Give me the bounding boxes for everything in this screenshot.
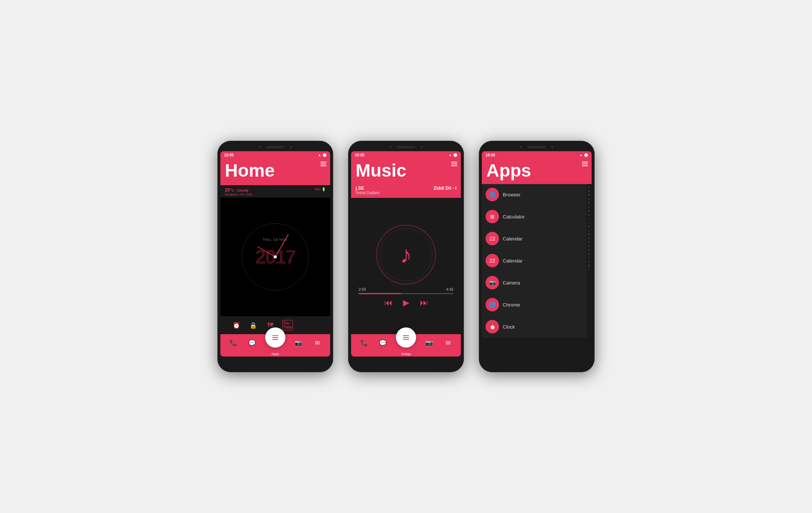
camera-icon[interactable]: 📷 bbox=[293, 337, 304, 348]
app-item-camera[interactable]: 📷 Camera bbox=[482, 272, 586, 293]
alpha-s[interactable]: S bbox=[588, 252, 590, 256]
alpha-j[interactable]: J bbox=[588, 221, 590, 225]
status-bar-2: 10:05 ▲ ⬤ bbox=[351, 151, 461, 159]
alpha-e[interactable]: E bbox=[588, 201, 590, 205]
music-disc: ♪ bbox=[376, 225, 436, 285]
sensor-2 bbox=[420, 145, 424, 149]
alpha-m[interactable]: M bbox=[588, 233, 590, 237]
app-item-calendar1[interactable]: 22 Calendar bbox=[482, 228, 586, 249]
phone-top-bar bbox=[220, 145, 330, 149]
music-nav: 📞 💬 📷 ✉ bbox=[351, 334, 461, 351]
play-button[interactable]: ▶ bbox=[403, 298, 409, 308]
calendar2-label: Calendar bbox=[503, 258, 523, 264]
music-title: Music bbox=[356, 162, 456, 180]
apps-menu-icon[interactable] bbox=[582, 162, 588, 166]
app-item-chrome[interactable]: 🌐 Chrome bbox=[482, 294, 586, 315]
music-content: ♪ 2:09 4:46 ⏮ ▶ ⏭ bbox=[351, 198, 461, 334]
nav-songs-label: Songs bbox=[351, 351, 461, 357]
music-header: Music bbox=[351, 159, 461, 184]
alpha-n[interactable]: N bbox=[588, 237, 590, 241]
alarm-icon[interactable]: ⏰ bbox=[231, 320, 242, 330]
alpha-d[interactable]: D bbox=[588, 198, 590, 202]
phone-bottom-3 bbox=[482, 359, 592, 368]
camera-icon-apps: 📷 bbox=[486, 276, 499, 289]
alpha-a[interactable]: A bbox=[588, 186, 590, 190]
prev-button[interactable]: ⏮ bbox=[384, 298, 393, 308]
app-item-calendar2[interactable]: 22 Calendar bbox=[482, 250, 586, 271]
alpha-p[interactable]: P bbox=[588, 245, 590, 249]
clock-face: THU, 16 NOV 2017 bbox=[242, 223, 309, 290]
earpiece-speaker-2 bbox=[397, 146, 415, 148]
apps-center-button[interactable] bbox=[265, 327, 285, 348]
next-button[interactable]: ⏭ bbox=[420, 298, 428, 308]
alpha-v[interactable]: V bbox=[588, 260, 590, 264]
phone-apps: 10:06 ▲ ⬤ Apps 🌐 Browser ⊞ bbox=[479, 141, 595, 372]
earpiece-speaker-3 bbox=[527, 146, 546, 148]
home-nav: 📞 💬 📷 ✉ bbox=[220, 334, 330, 351]
battery-icon: ⬤ bbox=[323, 153, 326, 157]
alpha-h[interactable]: H bbox=[588, 213, 590, 217]
apps-screen: 10:06 ▲ ⬤ Apps 🌐 Browser ⊞ bbox=[482, 151, 592, 357]
status-time-2: 10:05 bbox=[355, 153, 365, 157]
alpha-w[interactable]: W bbox=[588, 264, 591, 268]
front-camera-3 bbox=[519, 145, 523, 149]
progress-times: 2:09 4:46 bbox=[355, 285, 457, 293]
song-artist: Vishal Dadlani bbox=[356, 191, 379, 195]
status-icons-2: ▲ ⬤ bbox=[449, 153, 457, 157]
camera-icon-2[interactable]: 📷 bbox=[424, 337, 435, 348]
youtube-icon[interactable]: YouTube bbox=[282, 320, 293, 330]
alpha-l[interactable]: L bbox=[588, 229, 590, 233]
chrome-icon: 🌐 bbox=[486, 298, 499, 311]
alpha-t[interactable]: T bbox=[588, 256, 590, 260]
clock-icon: ⏰ bbox=[486, 320, 499, 333]
message-icon[interactable]: 💬 bbox=[247, 337, 258, 348]
phone-icon[interactable]: 📞 bbox=[228, 337, 239, 348]
weather-temp: 25°C - Cloudy bbox=[225, 187, 252, 193]
menu-icon[interactable] bbox=[320, 162, 326, 166]
app-item-browser[interactable]: 🌐 Browser bbox=[482, 184, 586, 205]
alpha-r[interactable]: R bbox=[588, 248, 590, 252]
phone-bottom-2 bbox=[351, 359, 461, 368]
alpha-b[interactable]: B bbox=[588, 190, 590, 194]
phone-top-bar-3 bbox=[482, 145, 592, 149]
app-item-calculator[interactable]: ⊞ Calculator bbox=[482, 206, 586, 227]
alpha-o[interactable]: O bbox=[588, 240, 590, 245]
status-bar-3: 10:06 ▲ ⬤ bbox=[482, 151, 592, 159]
status-icons: ▲ ⬤ bbox=[318, 153, 326, 157]
front-camera bbox=[258, 145, 261, 149]
phone-bottom bbox=[220, 359, 330, 368]
battery-pct: 70% 🔋 bbox=[314, 187, 326, 196]
music-menu-icon[interactable] bbox=[451, 162, 457, 166]
hand-center bbox=[274, 255, 277, 258]
phone-icon-2[interactable]: 📞 bbox=[359, 337, 370, 348]
calendar1-icon: 22 bbox=[486, 232, 499, 245]
music-note-icon: ♪ bbox=[400, 243, 412, 267]
apps-list: 🌐 Browser ⊞ Calculator 22 Calendar 22 Ca… bbox=[482, 184, 586, 357]
alpha-c[interactable]: C bbox=[588, 193, 590, 198]
alpha-k[interactable]: K bbox=[588, 225, 590, 229]
song-info: j.SE Vishal Dadlani Ziddi Dil - I bbox=[351, 184, 461, 198]
alpha-g[interactable]: G bbox=[588, 209, 590, 213]
alpha-y[interactable]: Y bbox=[588, 268, 590, 272]
calculator-icon: ⊞ bbox=[486, 210, 499, 223]
status-time-3: 10:06 bbox=[486, 153, 495, 157]
home-screen: 10:05 ▲ ⬤ Home 25°C - Cloudy Bengaluru, … bbox=[220, 151, 330, 357]
message-icon-2[interactable]: 💬 bbox=[377, 337, 388, 348]
chrome-label: Chrome bbox=[503, 302, 520, 308]
lock-icon[interactable]: 🔒 bbox=[248, 320, 258, 330]
email-icon-2[interactable]: ✉ bbox=[442, 337, 453, 348]
songs-center-button[interactable] bbox=[396, 327, 416, 348]
alpha-f[interactable]: F bbox=[588, 205, 590, 209]
phone-music: 10:05 ▲ ⬤ Music j.SE Vishal Dadlani Zidd… bbox=[348, 141, 464, 372]
alpha-i[interactable]: I bbox=[589, 217, 589, 221]
phone-top-bar-2 bbox=[351, 145, 461, 149]
clock-label: Clock bbox=[503, 324, 515, 330]
earpiece-speaker bbox=[266, 146, 285, 148]
calendar1-label: Calendar bbox=[503, 236, 523, 242]
browser-icon: 🌐 bbox=[486, 188, 499, 201]
alpha-index: A B C D E F G H I J K L M N O P R S T V bbox=[586, 184, 592, 357]
signal-icon-2: ▲ bbox=[449, 153, 452, 157]
battery-icon-3: ⬤ bbox=[584, 153, 588, 157]
app-item-clock[interactable]: ⏰ Clock bbox=[482, 316, 586, 338]
email-icon[interactable]: ✉ bbox=[312, 337, 323, 348]
